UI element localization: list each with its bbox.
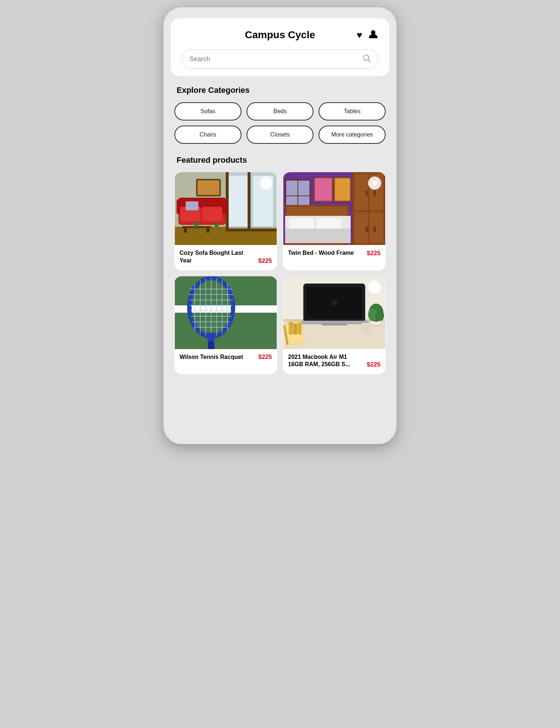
product-card-sofa[interactable]: Cozy Sofa Bought Last Year $225 <box>174 172 277 270</box>
svg-rect-18 <box>186 201 198 210</box>
main-content: Explore Categories Sofas Beds Tables Cha… <box>171 82 389 378</box>
user-icon[interactable] <box>368 29 378 41</box>
svg-rect-10 <box>248 172 251 230</box>
category-chairs[interactable]: Chairs <box>174 126 241 144</box>
category-closets[interactable]: Closets <box>247 126 313 144</box>
svg-rect-34 <box>366 227 368 232</box>
svg-rect-91 <box>293 324 297 335</box>
product-name-tennis: Wilson Tennis Racquet <box>180 353 255 361</box>
products-grid: Cozy Sofa Bought Last Year $225 <box>174 172 386 374</box>
svg-rect-86 <box>322 324 347 325</box>
category-beds[interactable]: Beds <box>247 102 313 120</box>
product-card-tennis[interactable]: Wilson Tennis Racquet $225 <box>174 276 277 375</box>
svg-rect-48 <box>289 218 314 230</box>
svg-rect-33 <box>374 190 376 196</box>
svg-rect-17 <box>202 207 222 221</box>
svg-rect-11 <box>226 229 277 232</box>
product-info-macbook: 2021 Macbook Air M1 16GB RAM, 256GB S...… <box>283 349 386 369</box>
svg-rect-44 <box>334 178 351 201</box>
categories-grid: Sofas Beds Tables Chairs Closets More ca… <box>174 102 386 144</box>
product-price-tennis: $225 <box>258 353 272 361</box>
product-info-sofa: Cozy Sofa Bought Last Year $225 <box>174 245 277 265</box>
header-card: Campus Cycle ♥ <box>171 18 389 76</box>
featured-section: Featured products <box>174 155 386 374</box>
svg-rect-35 <box>374 227 376 232</box>
product-card-bed[interactable]: Twin Bed - Wood Frame $225 <box>283 172 386 270</box>
svg-rect-43 <box>314 178 332 201</box>
svg-rect-32 <box>366 190 368 196</box>
product-info-tennis: Wilson Tennis Racquet $225 <box>174 349 277 361</box>
category-sofas[interactable]: Sofas <box>174 102 241 120</box>
svg-line-2 <box>368 60 370 62</box>
svg-rect-50 <box>285 229 351 245</box>
favorites-icon[interactable]: ♥ <box>357 29 362 41</box>
search-icon <box>363 54 371 64</box>
header-icons: ♥ <box>357 29 378 41</box>
svg-rect-22 <box>195 222 198 227</box>
favorite-bed-button[interactable] <box>368 177 381 190</box>
product-image-bed <box>283 172 386 245</box>
svg-rect-49 <box>316 218 342 230</box>
svg-point-25 <box>214 223 219 227</box>
header-top: Campus Cycle ♥ <box>182 29 378 41</box>
product-price-sofa: $225 <box>258 257 272 265</box>
svg-rect-46 <box>287 207 347 216</box>
product-image-macbook <box>283 276 386 349</box>
svg-rect-97 <box>362 323 371 334</box>
product-name-sofa: Cozy Sofa Bought Last Year <box>180 249 255 265</box>
svg-rect-51 <box>283 243 351 245</box>
phone-frame: Campus Cycle ♥ <box>163 7 397 444</box>
search-input[interactable] <box>189 55 363 63</box>
product-image-sofa <box>174 172 277 245</box>
product-price-macbook: $225 <box>367 361 380 368</box>
svg-rect-7 <box>228 176 249 227</box>
categories-section-title: Explore Categories <box>174 86 386 95</box>
svg-rect-21 <box>206 228 209 233</box>
svg-point-84 <box>331 300 337 305</box>
app-title: Campus Cycle <box>245 29 315 41</box>
svg-point-96 <box>375 310 384 321</box>
product-image-tennis <box>174 276 277 349</box>
featured-section-title: Featured products <box>174 155 386 165</box>
search-bar[interactable] <box>182 50 378 69</box>
product-name-macbook: 2021 Macbook Air M1 16GB RAM, 256GB S... <box>288 353 364 369</box>
product-name-bed: Twin Bed - Wood Frame <box>288 249 364 257</box>
product-card-macbook[interactable]: 2021 Macbook Air M1 16GB RAM, 256GB S...… <box>283 276 386 375</box>
svg-rect-24 <box>198 181 219 195</box>
product-price-bed: $225 <box>367 250 380 257</box>
svg-rect-90 <box>289 322 293 335</box>
category-more[interactable]: More categories <box>319 126 386 144</box>
favorite-sofa-button[interactable] <box>260 177 273 190</box>
svg-rect-31 <box>370 212 383 243</box>
category-tables[interactable]: Tables <box>319 102 386 120</box>
product-info-bed: Twin Bed - Wood Frame $225 <box>283 245 386 257</box>
svg-rect-20 <box>184 228 187 233</box>
favorite-macbook-button[interactable] <box>368 281 381 294</box>
svg-rect-92 <box>297 323 301 335</box>
